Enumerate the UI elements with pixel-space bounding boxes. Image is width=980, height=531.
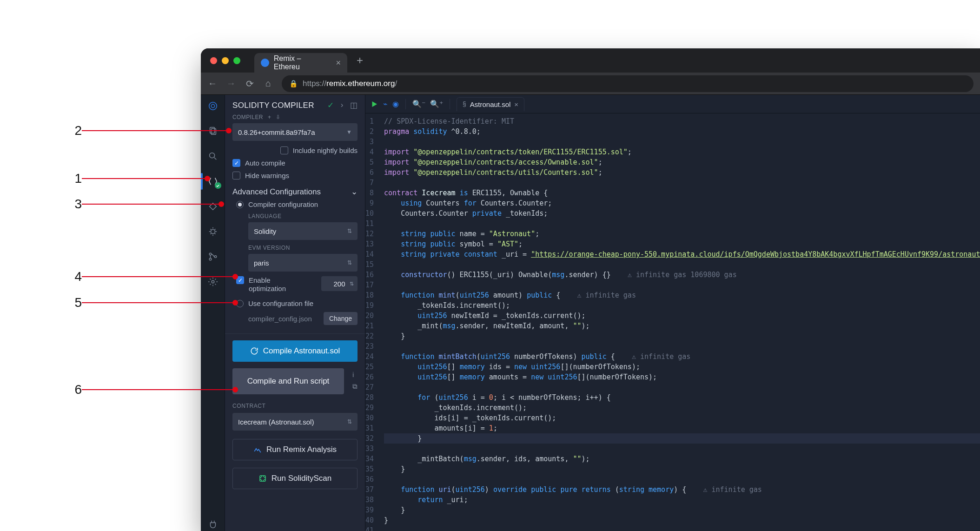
annotation-line [82,276,233,277]
nightly-label: Include nightly builds [293,146,358,154]
remix-app: SOLIDITY COMPILER ✓ › ◫ COMPILER + ⇩ 0.8… [201,95,980,531]
code-area[interactable]: 1234567891011121314151617181920212223242… [365,113,980,531]
optimization-runs-input[interactable]: 200⇅ [321,276,358,291]
contract-select[interactable]: Icecream (Astronaut.sol) ⇅ [232,413,358,431]
evm-label: EVM VERSION [236,245,358,251]
compiler-version-select[interactable]: 0.8.26+commit.8a97fa7a ▼ [232,123,358,141]
caret-icon: ⇅ [347,259,352,266]
favicon-icon [261,59,269,67]
minimize-window-icon[interactable] [222,57,229,64]
chevron-down-icon: ⌄ [351,187,358,197]
panel-title: SOLIDITY COMPILER [232,101,314,110]
close-file-icon[interactable]: × [514,100,518,108]
hide-warnings-checkbox[interactable] [232,172,240,179]
line-gutter: 1234567891011121314151617181920212223242… [365,113,380,531]
compile-success-badge [215,182,221,189]
annotation-number: 5 [65,295,82,310]
svg-point-4 [209,153,214,158]
code-lines[interactable]: // SPDX-License-Identifier: MITpragma so… [380,113,980,531]
home-button[interactable]: ⌂ [263,78,273,89]
back-button[interactable]: ← [207,78,218,89]
annotation-line [82,302,233,303]
remix-logo-icon[interactable] [206,100,219,113]
advanced-config-header[interactable]: Advanced Configurations ⌄ [232,187,358,197]
run-analysis-button[interactable]: Run Remix Analysis [232,439,358,460]
svg-point-5 [211,229,215,233]
address-bar[interactable]: 🔒 https://remix.ethereum.org/ [282,75,973,92]
annotation-callout-6: 6 [65,382,233,397]
annotation-callout-5: 5 [65,295,233,310]
config-file-path: compiler_config.json [248,315,312,323]
download-compiler-icon[interactable]: ⇩ [276,114,280,120]
hide-warnings-label: Hide warnings [245,172,289,179]
auto-compile-checkbox[interactable] [232,159,240,167]
browser-window: Remix – Ethereu × + ← → ⟳ ⌂ 🔒 https://re… [201,48,980,531]
caret-icon: ⇅ [347,418,352,425]
annotation-number: 3 [65,197,82,212]
git-icon[interactable] [206,250,219,263]
svg-point-6 [209,253,212,255]
plugin-icon[interactable] [206,518,219,531]
tab-title: Remix – Ethereu [274,54,329,71]
close-tab-icon[interactable]: × [336,58,341,68]
enable-optimization-label: Enableoptimization [249,276,286,293]
info-icon[interactable]: i [352,371,358,378]
annotation-callout-3: 3 [65,197,219,212]
annotation-callout-4: 4 [65,269,233,284]
change-config-button[interactable]: Change [324,312,358,325]
panel-layout-icon[interactable]: ◫ [350,100,358,110]
browser-tabbar: Remix – Ethereu × + [201,48,980,73]
icon-rail [201,95,225,531]
url-text: https://remix.ethereum.org/ [303,79,397,88]
run-solidityscan-button[interactable]: Run SolidityScan [232,468,358,489]
annotation-line [82,204,219,205]
annotation-line [82,389,233,390]
compiler-version-value: 0.8.26+commit.8a97fa7a [238,128,315,136]
toggle-icon[interactable]: ◉ [392,100,399,108]
solidity-file-icon: § [463,100,466,108]
compile-run-button[interactable]: Compile and Run script [232,368,344,394]
svg-point-8 [214,256,217,258]
compile-button[interactable]: Compile Astronaut.sol [232,340,358,362]
zoom-out-icon[interactable]: 🔍⁻ [412,100,425,108]
window-controls[interactable] [210,57,240,64]
compiler-config-radio[interactable] [236,201,244,208]
panel-header: SOLIDITY COMPILER ✓ › ◫ [225,95,365,112]
copy-icon[interactable]: ⧉ [352,382,358,391]
svg-rect-10 [260,476,265,481]
contract-label: CONTRACT [232,403,358,409]
search-icon[interactable] [206,150,219,163]
editor-toolbar: ⌁ ◉ 🔍⁻ 🔍⁺ § Astronaut.sol × [365,95,980,113]
new-tab-button[interactable]: + [353,54,367,67]
annotation-callout-2: 2 [65,123,227,138]
annotation-number: 4 [65,269,82,284]
code-editor: ⌁ ◉ 🔍⁻ 🔍⁺ § Astronaut.sol × 123456789101… [365,95,980,531]
annotation-line [82,130,227,131]
compiler-config-label: Compiler configuration [248,200,318,208]
caret-icon: ▼ [346,129,352,135]
add-compiler-icon[interactable]: + [268,114,271,120]
debug-step-icon[interactable]: ⌁ [383,100,388,108]
nightly-checkbox[interactable] [280,146,288,154]
language-label: LANGUAGE [236,213,358,219]
annotation-number: 1 [65,171,82,186]
svg-point-7 [209,258,212,260]
zoom-in-icon[interactable]: 🔍⁺ [430,100,443,108]
forward-button[interactable]: → [226,78,236,89]
editor-tab[interactable]: § Astronaut.sol × [457,97,524,111]
evm-version-select[interactable]: paris ⇅ [248,254,358,272]
chevron-right-icon[interactable]: › [341,100,344,110]
annotation-number: 6 [65,382,82,397]
maximize-window-icon[interactable] [233,57,240,64]
svg-point-0 [209,102,217,110]
debugger-icon[interactable] [206,225,219,238]
use-config-file-label: Use configuration file [248,299,313,307]
compiler-panel: SOLIDITY COMPILER ✓ › ◫ COMPILER + ⇩ 0.8… [225,95,365,531]
run-icon[interactable] [370,100,378,108]
browser-tab[interactable]: Remix – Ethereu × [254,53,347,73]
lock-icon: 🔒 [289,80,298,88]
reload-button[interactable]: ⟳ [245,78,255,89]
browser-toolbar: ← → ⟳ ⌂ 🔒 https://remix.ethereum.org/ [201,73,980,95]
language-select[interactable]: Solidity ⇅ [248,222,358,240]
close-window-icon[interactable] [210,57,217,64]
